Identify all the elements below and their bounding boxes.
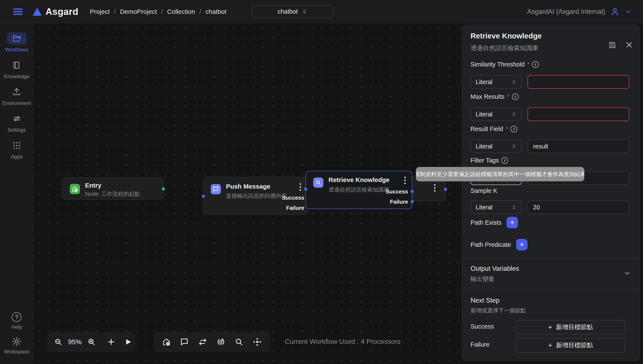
mode-select[interactable]: Literal (471, 75, 522, 89)
kebab-menu-icon[interactable] (404, 177, 406, 186)
sidebar-item-help[interactable]: ? Help (12, 312, 22, 330)
user-icon[interactable] (610, 7, 620, 16)
port-label-failure: Failure (286, 205, 304, 211)
add-failure-target-button[interactable]: + 新增目標節點 (516, 338, 625, 352)
breadcrumb-collection[interactable]: Collection (167, 8, 195, 15)
breadcrumb-separator: / (199, 8, 201, 15)
add-entry-node-icon[interactable] (162, 338, 171, 346)
sidebar-item-environment[interactable]: Environment (2, 86, 31, 106)
brand-name: Asgard (46, 6, 78, 17)
info-icon[interactable]: i (501, 157, 508, 164)
zoom-in-icon[interactable] (87, 338, 96, 346)
add-success-target-button[interactable]: + 新增目標節點 (516, 320, 625, 334)
info-icon[interactable]: i (532, 61, 539, 68)
chevron-down-icon[interactable] (623, 269, 631, 277)
path-predicate-label: Path Predicate (471, 241, 511, 248)
mode-select[interactable]: Literal (471, 200, 522, 214)
sidebar-item-apps[interactable]: Apps (7, 139, 27, 160)
output-port-failure[interactable] (410, 200, 414, 203)
breadcrumb-separator: / (114, 8, 116, 15)
sidebar-item-settings[interactable]: Settings (7, 112, 27, 133)
chevrons-up-down-icon (302, 9, 307, 14)
mode-select[interactable]: Literal (471, 108, 522, 121)
divider (462, 258, 640, 258)
sidebar-label: Apps (11, 154, 23, 160)
zoom-out-icon[interactable] (54, 338, 63, 346)
port-label-success: Success (282, 194, 304, 201)
breadcrumb-chatbot[interactable]: chatbot (205, 8, 226, 15)
input-port[interactable] (202, 195, 205, 198)
breadcrumb-project[interactable]: Project (90, 8, 110, 15)
account-area[interactable]: AsgardAI (Asgard Internal) (527, 7, 632, 16)
max-results-input[interactable] (528, 108, 629, 121)
output-port[interactable] (162, 187, 165, 190)
sidebar-label: Environment (2, 100, 31, 106)
node-config-panel: Retrieve Knowledge 透過自然語言檢索知識庫 Similarit… (462, 25, 640, 361)
input-port[interactable] (304, 188, 307, 191)
field-row: Literal (471, 75, 629, 89)
node-subtitle: 透過自然語言檢索知識庫 (329, 186, 389, 194)
node-title: Push Message (226, 183, 270, 190)
output-variables-subtitle: 輸出變量 (471, 275, 494, 283)
brand[interactable]: Asgard (32, 6, 78, 17)
add-ai-node-icon[interactable] (216, 337, 226, 346)
add-icon[interactable] (107, 338, 116, 346)
node-retrieve-knowledge[interactable]: Retrieve Knowledge 透過自然語言檢索知識庫 Success F… (306, 171, 412, 209)
chevrons-up-down-icon (511, 112, 517, 117)
add-path-exists-button[interactable]: + (507, 217, 518, 228)
sidebar-item-workspace[interactable]: Workspace (4, 336, 30, 355)
question-icon: ? (12, 312, 22, 322)
info-icon[interactable]: i (512, 94, 519, 100)
path-exists-label: Path Exists (471, 219, 501, 226)
kebab-menu-icon[interactable] (434, 184, 436, 193)
sidebar-item-workflows[interactable]: Workflows (5, 32, 28, 53)
node-entry[interactable]: Entry Node: 工作流程的起點 (62, 178, 164, 200)
sidebar-label: Settings (8, 127, 26, 133)
sample-k-input[interactable] (528, 200, 629, 214)
sidebar-label: Help (12, 324, 22, 330)
add-search-node-icon[interactable] (235, 338, 244, 346)
field-label-filter-tags: Filter Tags i (471, 157, 508, 164)
close-icon[interactable] (625, 41, 633, 49)
mode-select[interactable]: Literal (471, 140, 522, 153)
chevrons-up-down-icon (511, 80, 517, 84)
result-field-input[interactable] (528, 140, 629, 153)
workflow-select[interactable]: chatbot (252, 5, 333, 18)
similarity-threshold-input[interactable] (528, 75, 629, 89)
node-subtitle: 直接輸出訊息的回應內容 (226, 192, 287, 200)
field-label-result-field: Result Field* i (471, 126, 517, 132)
add-path-predicate-button[interactable]: + (516, 239, 528, 250)
node-toolbar (154, 332, 270, 352)
folder-icon (7, 32, 27, 44)
output-port[interactable] (444, 188, 447, 191)
add-switch-node-icon[interactable] (198, 337, 207, 346)
hamburger-menu-icon[interactable] (13, 7, 23, 16)
upload-icon (7, 86, 26, 98)
kebab-menu-icon[interactable] (300, 183, 301, 192)
pan-move-icon[interactable] (253, 337, 262, 346)
zoom-level: 95% (68, 338, 82, 346)
run-workflow-icon[interactable] (124, 338, 132, 346)
plus-icon: + (548, 324, 552, 331)
gear-icon (12, 336, 22, 346)
grid-icon (7, 139, 27, 152)
field-row: Literal (471, 140, 629, 153)
sidebar-label: Workspace (4, 349, 30, 355)
field-row: Literal (471, 200, 629, 214)
workflow-status-text: Current Workflow Used : 4 Processors (285, 338, 401, 346)
info-icon[interactable]: i (511, 126, 517, 132)
node-push-message[interactable]: Push Message 直接輸出訊息的回應內容 Success Failure (203, 177, 308, 215)
zoom-toolbar: 95% (47, 332, 135, 352)
chevron-down-icon[interactable] (625, 8, 632, 15)
filter-tags-tooltip: 限制資料至少需要滿足該組標籤清單的其中一個標籤才會作為查詢結果 (416, 167, 584, 181)
add-message-node-icon[interactable] (180, 338, 189, 346)
sidebar-item-knowledge[interactable]: Knowledge (4, 59, 29, 80)
chevrons-up-down-icon (511, 205, 517, 210)
output-port-success[interactable] (410, 190, 414, 193)
field-label-max-results: Max Results* i (471, 93, 519, 100)
divider (462, 290, 640, 290)
breadcrumb-demoproject[interactable]: DemoProject (120, 8, 157, 15)
port-label-failure: Failure (390, 198, 408, 205)
book-icon (7, 59, 26, 71)
save-icon[interactable] (608, 41, 616, 49)
